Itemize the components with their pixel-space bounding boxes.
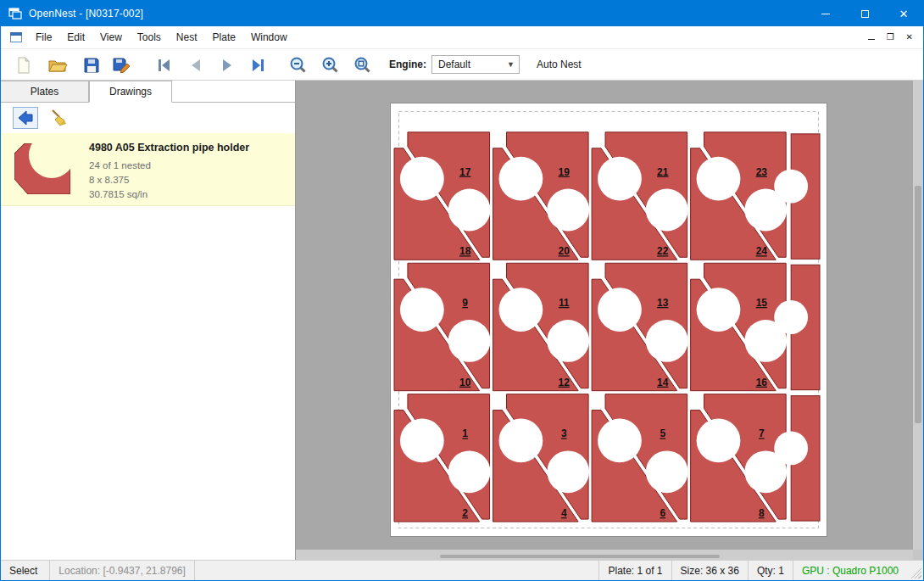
chevron-down-icon: ▼	[507, 60, 519, 69]
status-size: Size: 36 x 36	[671, 561, 748, 580]
pipe-hole	[499, 157, 543, 201]
part-number: 20	[559, 245, 571, 257]
app-window: OpenNest - [N0317-002] ✕ File Edit View …	[0, 0, 924, 581]
menu-plate[interactable]: Plate	[205, 26, 243, 49]
part-number: 7	[759, 427, 765, 439]
zoom-fit-icon	[353, 56, 372, 75]
pipe-hole	[774, 431, 808, 465]
engine-label: Engine:	[389, 49, 426, 80]
drawing-info: 4980 A05 Extraction pipe holder 24 of 1 …	[89, 140, 249, 198]
pipe-hole	[646, 189, 688, 232]
menu-tools[interactable]: Tools	[130, 26, 169, 49]
part-number: 15	[756, 297, 768, 309]
horizontal-scrollbar[interactable]	[296, 550, 913, 560]
close-button[interactable]: ✕	[884, 1, 923, 26]
zoom-fit-button[interactable]	[353, 55, 373, 75]
drawing-list: 4980 A05 Extraction pipe holder 24 of 1 …	[1, 133, 295, 560]
part-pair: 1112	[493, 263, 590, 390]
part-number: 12	[559, 377, 571, 388]
save-edit-icon	[112, 55, 132, 75]
open-button[interactable]	[47, 55, 68, 75]
engine-dropdown[interactable]: Default ▼	[431, 55, 520, 74]
part-number: 3	[561, 427, 567, 439]
part-pair: 910	[394, 263, 491, 390]
pipe-hole	[697, 288, 741, 332]
pipe-hole	[448, 450, 491, 493]
mdi-close-button[interactable]: ✕	[906, 33, 913, 42]
save-button[interactable]	[81, 55, 102, 75]
part-number: 17	[459, 166, 471, 178]
minimize-button[interactable]	[806, 1, 845, 26]
pipe-hole	[547, 450, 589, 493]
pipe-hole	[774, 300, 808, 334]
pipe-hole	[774, 170, 808, 204]
return-arrow-button[interactable]	[13, 107, 38, 129]
pipe-hole	[646, 320, 688, 362]
nav-first-button[interactable]	[154, 55, 175, 75]
status-plate: Plate: 1 of 1	[598, 561, 671, 580]
nav-next-button[interactable]	[217, 55, 237, 75]
part-pair: 78	[691, 394, 788, 522]
panel-tabs: Plates Drawings	[1, 81, 295, 103]
part-pair: 56	[592, 394, 688, 522]
save-as-button[interactable]	[112, 55, 132, 75]
tab-drawings[interactable]: Drawings	[89, 81, 172, 103]
window-controls: ✕	[806, 1, 923, 26]
part-pair: 12	[394, 394, 491, 522]
broom-icon	[48, 108, 69, 128]
pipe-hole	[400, 288, 444, 332]
drawing-title: 4980 A05 Extraction pipe holder	[89, 142, 249, 154]
vertical-scroll-thumb[interactable]	[915, 186, 921, 423]
plate[interactable]: 171819202122232491011121314151612345678	[390, 103, 827, 537]
menu-nest[interactable]: Nest	[169, 26, 205, 49]
status-location: Location: [-0.9437, 21.8796]	[50, 561, 194, 580]
drawing-item[interactable]: 4980 A05 Extraction pipe holder 24 of 1 …	[1, 133, 295, 206]
mdi-restore-button[interactable]: ❐	[887, 33, 894, 42]
part-number: 21	[657, 166, 669, 178]
maximize-button[interactable]	[845, 1, 884, 26]
engine-value: Default	[438, 59, 470, 70]
part-number: 13	[657, 297, 669, 309]
nav-prev-button[interactable]	[186, 55, 206, 75]
menu-view[interactable]: View	[92, 26, 130, 49]
menu-file[interactable]: File	[28, 26, 59, 49]
nav-last-button[interactable]	[248, 55, 269, 75]
tab-plates[interactable]: Plates	[1, 81, 89, 102]
save-icon	[82, 56, 101, 75]
part-number: 4	[561, 507, 567, 519]
part-number: 24	[756, 245, 768, 257]
zoom-out-button[interactable]	[288, 55, 309, 75]
part-pair: 1718	[394, 132, 491, 260]
main-toolbar: Engine: Default ▼ Auto Nest	[1, 49, 923, 81]
pipe-hole	[598, 157, 642, 201]
auto-nest-button[interactable]: Auto Nest	[537, 49, 582, 80]
pipe-hole	[400, 157, 444, 201]
status-mode: Select	[1, 561, 50, 580]
close-icon: ✕	[899, 8, 909, 20]
resize-grip[interactable]	[910, 567, 921, 578]
status-qty: Qty: 1	[748, 561, 793, 580]
horizontal-scroll-thumb[interactable]	[440, 555, 720, 558]
zoom-in-button[interactable]	[320, 55, 341, 75]
document-icon[interactable]	[9, 31, 23, 44]
pipe-hole	[547, 320, 589, 362]
part-pair: 2324	[691, 132, 788, 260]
vertical-scrollbar[interactable]	[913, 81, 923, 550]
part-number: 11	[559, 297, 570, 309]
minimize-icon	[821, 14, 830, 14]
prev-arrow-icon	[186, 56, 205, 75]
new-button[interactable]	[14, 55, 34, 75]
drawing-area: 30.7815 sq/in	[89, 187, 249, 202]
part-number: 19	[559, 166, 571, 178]
content-area: Plates Drawings	[1, 81, 923, 560]
mdi-minimize-button[interactable]	[868, 33, 875, 42]
clean-button[interactable]	[46, 107, 71, 129]
pipe-hole	[448, 320, 491, 362]
menu-window[interactable]: Window	[243, 26, 295, 49]
nest-canvas[interactable]: 171819202122232491011121314151612345678	[296, 81, 923, 560]
drawing-nested-count: 24 of 1 nested	[89, 159, 249, 173]
part-number: 14	[657, 377, 669, 388]
last-arrow-icon	[249, 56, 268, 75]
part-number: 1	[462, 427, 468, 439]
menu-edit[interactable]: Edit	[59, 26, 92, 49]
